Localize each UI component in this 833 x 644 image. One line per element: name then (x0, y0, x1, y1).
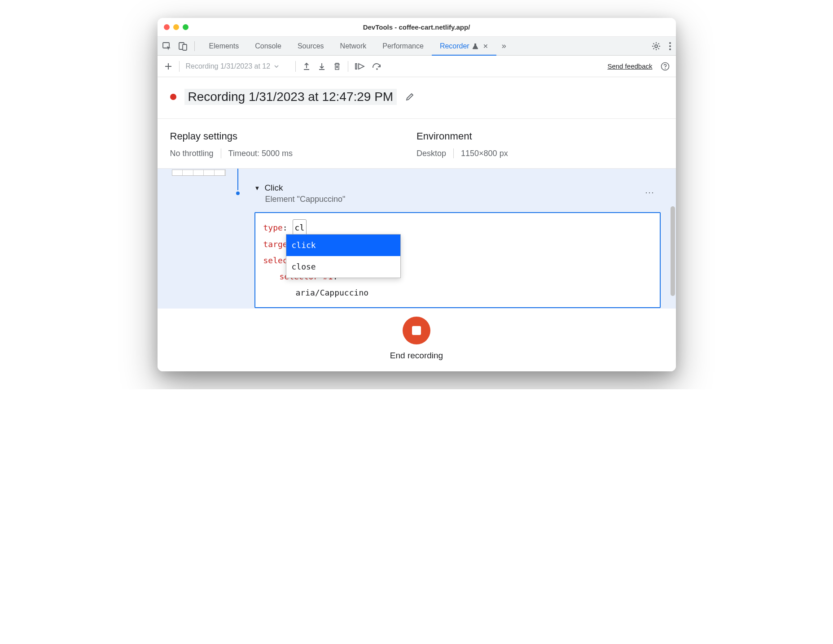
svg-rect-2 (183, 44, 187, 50)
device-toggle-icon[interactable] (178, 41, 188, 51)
tab-recorder[interactable]: Recorder ✕ (432, 37, 496, 55)
replay-icon[interactable] (355, 62, 365, 71)
settings-icon[interactable] (652, 42, 661, 51)
window-title: DevTools - coffee-cart.netlify.app/ (158, 23, 676, 31)
devtools-window: DevTools - coffee-cart.netlify.app/ Elem… (158, 18, 676, 371)
caret-down-icon: ▼ (254, 185, 260, 191)
step-marker-icon (235, 190, 241, 196)
viewport-value[interactable]: 1150×800 px (461, 149, 508, 158)
send-feedback-link[interactable]: Send feedback (607, 62, 652, 70)
svg-point-10 (665, 68, 666, 69)
tab-console[interactable]: Console (247, 37, 289, 55)
autocomplete-item-close[interactable]: close (286, 256, 400, 278)
inspect-group (162, 41, 195, 51)
end-recording-label: End recording (390, 351, 443, 361)
environment-settings: Environment Desktop 1150×800 px (416, 131, 663, 158)
flask-icon (472, 43, 478, 49)
record-indicator-icon (170, 94, 176, 100)
prop-key-type: type (263, 223, 283, 232)
svg-point-3 (655, 45, 658, 48)
autocomplete-popup: click close (286, 234, 401, 278)
replay-settings: Replay settings No throttling Timeout: 5… (170, 131, 417, 158)
step-area: ⋮ ▼ Click Element "Cappuccino" type: cl … (158, 169, 676, 309)
timeline-line (237, 169, 238, 193)
chevron-down-icon (274, 64, 279, 69)
recording-title[interactable]: Recording 1/31/2023 at 12:47:29 PM (184, 89, 397, 105)
recorder-toolbar: Recording 1/31/2023 at 12 Send feedback (158, 56, 676, 77)
panel-tabs: Elements Console Sources Network Perform… (201, 37, 496, 55)
environment-heading: Environment (416, 131, 663, 142)
separator (295, 61, 296, 72)
maximize-window-button[interactable] (183, 24, 189, 30)
close-icon[interactable]: ✕ (483, 43, 488, 50)
step-block: ▼ Click Element "Cappuccino" type: cl ta… (254, 183, 661, 308)
end-recording-bar: End recording (158, 309, 676, 371)
svg-point-6 (669, 48, 671, 50)
tab-elements[interactable]: Elements (201, 37, 247, 55)
svg-point-5 (669, 45, 671, 47)
svg-rect-7 (355, 64, 357, 69)
screenshot-thumbnails[interactable] (172, 170, 226, 176)
svg-point-4 (669, 42, 671, 44)
end-recording-button[interactable] (403, 317, 430, 344)
step-over-icon[interactable] (372, 62, 382, 71)
titlebar: DevTools - coffee-cart.netlify.app/ (158, 18, 676, 37)
help-icon[interactable] (661, 62, 670, 71)
device-value[interactable]: Desktop (416, 149, 446, 158)
scrollbar[interactable] (671, 206, 675, 296)
add-recording-icon[interactable] (164, 62, 173, 71)
tab-sources[interactable]: Sources (289, 37, 332, 55)
more-tabs-icon[interactable]: » (502, 41, 506, 51)
recording-dropdown[interactable]: Recording 1/31/2023 at 12 (186, 62, 289, 70)
step-subtitle: Element "Cappuccino" (265, 195, 661, 204)
separator (453, 148, 454, 158)
traffic-lights (164, 24, 189, 30)
step-header[interactable]: ▼ Click (254, 183, 661, 193)
delete-icon[interactable] (333, 62, 342, 71)
settings-row: Replay settings No throttling Timeout: 5… (158, 119, 676, 169)
step-details: type: cl target select selector #1: aria… (254, 212, 661, 308)
separator (348, 61, 348, 72)
separator (221, 148, 221, 158)
replay-settings-heading: Replay settings (170, 131, 417, 142)
svg-point-8 (376, 68, 378, 70)
inspect-element-icon[interactable] (162, 41, 172, 51)
import-icon[interactable] (317, 62, 326, 71)
edit-title-icon[interactable] (405, 92, 415, 102)
close-window-button[interactable] (164, 24, 170, 30)
step-title: Click (264, 183, 283, 193)
minimize-window-button[interactable] (173, 24, 179, 30)
more-menu-icon[interactable] (669, 42, 671, 51)
stop-icon (412, 326, 421, 335)
tabs-row: Elements Console Sources Network Perform… (158, 37, 676, 56)
throttling-value[interactable]: No throttling (170, 149, 214, 158)
autocomplete-item-click[interactable]: click (286, 235, 400, 256)
tab-performance[interactable]: Performance (374, 37, 432, 55)
export-icon[interactable] (302, 62, 311, 71)
timeout-value[interactable]: Timeout: 5000 ms (228, 149, 293, 158)
tab-network[interactable]: Network (332, 37, 375, 55)
recording-header: Recording 1/31/2023 at 12:47:29 PM (158, 77, 676, 119)
separator (179, 61, 180, 72)
prop-val-selector1: aria/Cappuccino (263, 285, 652, 301)
